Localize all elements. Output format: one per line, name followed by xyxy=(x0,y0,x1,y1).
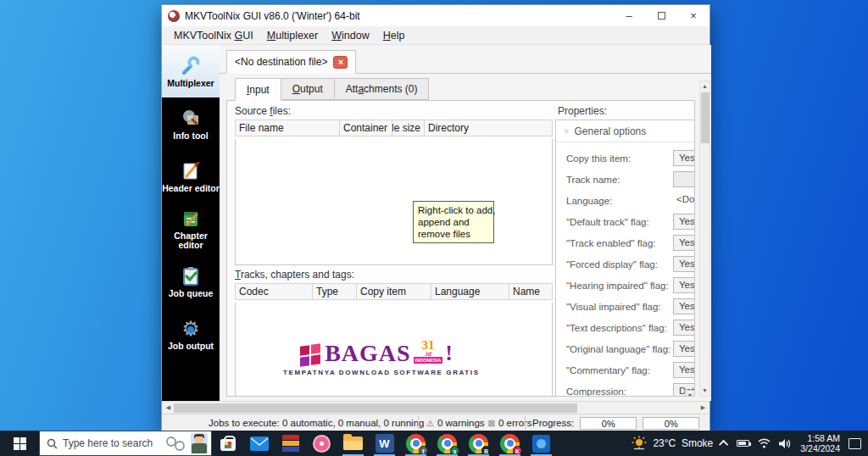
taskbar-search[interactable]: Type here to search xyxy=(39,431,212,456)
photos-icon[interactable] xyxy=(526,431,557,456)
chrome-icon[interactable]: B xyxy=(463,431,494,456)
collapse-triangle-icon: ▿ xyxy=(565,127,569,136)
col-directory[interactable]: Directory xyxy=(425,120,553,136)
tab-output[interactable]: Output xyxy=(281,78,335,100)
commentary-dropdown[interactable]: Yes xyxy=(673,362,695,378)
media-player-icon[interactable] xyxy=(306,431,337,456)
desktop: MKVToolNix GUI v86.0 ('Winter') 64-bit –… xyxy=(0,0,868,456)
wifi-icon[interactable] xyxy=(758,438,771,448)
bagas31-flag-icon xyxy=(300,344,322,366)
chrome-icon[interactable]: s xyxy=(431,431,463,456)
properties-label: Properties: xyxy=(558,105,607,117)
sidebar-item-job-queue[interactable]: Job queue xyxy=(162,255,220,308)
taskbar-clock[interactable]: 1:58 AM 3/24/2024 xyxy=(800,433,840,453)
general-options-section[interactable]: ▿ General options xyxy=(556,120,695,142)
bagas-number: 31 xyxy=(421,339,434,351)
chrome-icon[interactable]: f xyxy=(400,431,431,456)
scroll-left-icon[interactable]: ◀ xyxy=(163,403,174,413)
file-tab-no-destination[interactable]: <No destination file> × xyxy=(226,50,356,74)
tab-close-icon[interactable]: × xyxy=(333,56,348,69)
word-icon[interactable]: W xyxy=(369,431,400,456)
col-codec[interactable]: Codec xyxy=(236,284,313,300)
menu-help[interactable]: Help xyxy=(376,28,412,43)
winrar-icon[interactable] xyxy=(275,431,306,456)
forced-display-dropdown[interactable]: Yes xyxy=(673,256,695,272)
horizontal-scrollbar[interactable]: ◀ ▶ xyxy=(162,401,709,414)
sidebar-item-chapter-editor[interactable]: Chapter editor xyxy=(162,203,220,255)
col-type[interactable]: Type xyxy=(313,284,357,300)
original-language-dropdown[interactable]: Yes xyxy=(673,341,695,357)
maximize-icon xyxy=(658,12,665,19)
visual-impaired-dropdown[interactable]: Yes xyxy=(673,298,695,314)
col-copy-item[interactable]: Copy item xyxy=(357,284,431,300)
pencil-document-icon xyxy=(180,160,202,182)
source-files-tooltip: Right-click to add, append and remove fi… xyxy=(413,201,494,243)
col-file-name[interactable]: File name xyxy=(236,120,340,136)
prop-row-copy-item: Copy this item: Yes xyxy=(556,147,695,169)
tab-input[interactable]: Input xyxy=(235,78,281,101)
gear-core xyxy=(187,326,194,333)
mail-icon[interactable] xyxy=(243,431,275,456)
speaker-icon[interactable] xyxy=(779,438,792,449)
menu-mkvtoolnix-gui[interactable]: MKVToolNix GUI xyxy=(167,28,260,43)
file-explorer-icon[interactable] xyxy=(337,431,369,456)
store-icon[interactable] xyxy=(212,431,243,456)
handcuffs-doodle-icon xyxy=(165,435,186,452)
col-name[interactable]: Name xyxy=(509,284,553,300)
prop-row-commentary: "Commentary" flag: Yes xyxy=(556,359,695,381)
text-descriptions-dropdown[interactable]: Yes xyxy=(673,320,695,336)
hearing-impaired-dropdown[interactable]: Yes xyxy=(673,277,695,293)
col-file-size[interactable]: File size xyxy=(392,120,425,136)
sidebar-item-job-output[interactable]: ⚙ Job output xyxy=(162,308,220,360)
tray-overflow-chevron-icon[interactable] xyxy=(719,440,728,449)
window-title: MKVToolNix GUI v86.0 ('Winter') 64-bit xyxy=(185,10,360,22)
error-icon: ⊠ xyxy=(488,419,495,428)
track-name-input[interactable] xyxy=(673,171,695,187)
titlebar[interactable]: MKVToolNix GUI v86.0 ('Winter') 64-bit –… xyxy=(162,5,709,26)
copy-item-dropdown[interactable]: Yes xyxy=(673,150,695,166)
bagas-brand-text: BAGAS xyxy=(325,341,410,366)
chrome-icon[interactable]: K xyxy=(494,431,526,456)
file-tab-label: <No destination file> xyxy=(235,56,327,68)
minimize-button[interactable]: – xyxy=(613,5,645,26)
vertical-scrollbar[interactable]: ▲ ▼ xyxy=(699,81,710,397)
bagas-id: .id xyxy=(425,351,431,357)
sidebar-item-info-tool[interactable]: Info tool xyxy=(162,97,220,150)
source-files-empty-area[interactable] xyxy=(235,139,553,265)
props-scroll-down-icon[interactable]: ▼ xyxy=(685,390,695,397)
weather-widget[interactable]: 23°C Smoke xyxy=(632,436,713,451)
menu-multiplexer[interactable]: Multiplexer xyxy=(260,28,325,43)
language-dropdown[interactable]: <Do n xyxy=(671,192,695,209)
scroll-up-icon[interactable]: ▲ xyxy=(700,81,709,92)
col-language[interactable]: Language xyxy=(431,284,509,300)
vertical-scroll-thumb[interactable] xyxy=(701,92,709,143)
inner-tabbar: Input Output Attachments (0) xyxy=(235,78,429,101)
tool-sidebar: Multiplexer Info tool Header editor Chap… xyxy=(162,45,220,401)
bagas-exclamation: ! xyxy=(445,341,453,366)
search-icon xyxy=(47,438,58,449)
start-button[interactable] xyxy=(0,431,39,456)
scroll-right-icon[interactable]: ▶ xyxy=(698,403,709,413)
battery-icon[interactable] xyxy=(737,440,749,447)
maximize-button[interactable] xyxy=(645,5,677,26)
prop-row-visual-impaired: "Visual impaired" flag: Yes xyxy=(556,296,695,317)
system-tray: 23°C Smoke 1:58 AM 3/24/2024 xyxy=(632,431,868,456)
horizontal-scroll-thumb[interactable] xyxy=(174,403,577,413)
default-track-dropdown[interactable]: Yes xyxy=(673,214,695,230)
wrench-icon xyxy=(180,55,202,77)
file-tabbar: <No destination file> × xyxy=(220,49,711,74)
close-button[interactable]: × xyxy=(677,5,709,26)
input-tab-panel: Source files: File name Container File s… xyxy=(226,100,695,397)
action-center-icon[interactable] xyxy=(849,438,861,449)
tab-attachments[interactable]: Attachments (0) xyxy=(335,78,430,100)
source-files-label: Source files: xyxy=(235,105,291,117)
source-files-table: File name Container File size Directory xyxy=(235,120,553,136)
sidebar-item-multiplexer[interactable]: Multiplexer xyxy=(162,45,220,97)
warning-icon: ⚠ xyxy=(426,419,434,428)
track-enabled-dropdown[interactable]: Yes xyxy=(673,235,695,251)
col-container[interactable]: Container xyxy=(340,120,392,136)
menu-window[interactable]: Window xyxy=(325,28,376,43)
tracks-label: Tracks, chapters and tags: xyxy=(235,269,354,281)
sidebar-item-header-editor[interactable]: Header editor xyxy=(162,150,220,203)
scroll-down-icon[interactable]: ▼ xyxy=(700,386,709,396)
